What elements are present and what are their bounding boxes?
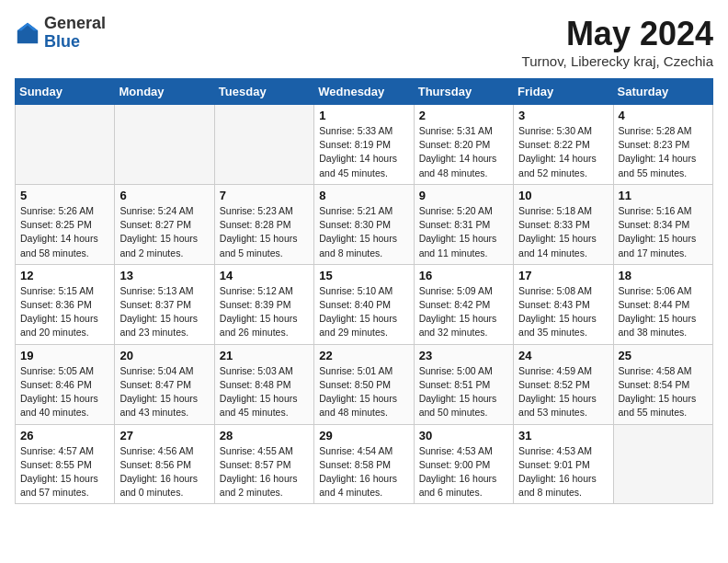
calendar-cell: 12Sunrise: 5:15 AMSunset: 8:36 PMDayligh… bbox=[16, 264, 115, 344]
day-number: 8 bbox=[319, 189, 408, 202]
calendar-cell: 22Sunrise: 5:01 AMSunset: 8:50 PMDayligh… bbox=[314, 344, 414, 424]
calendar-cell: 13Sunrise: 5:13 AMSunset: 8:37 PMDayligh… bbox=[115, 264, 214, 344]
day-number: 18 bbox=[619, 269, 708, 282]
day-info: Sunrise: 5:20 AMSunset: 8:31 PMDaylight:… bbox=[419, 204, 508, 260]
weekday-header-tuesday: Tuesday bbox=[214, 79, 313, 105]
day-info: Sunrise: 4:58 AMSunset: 8:54 PMDaylight:… bbox=[619, 364, 708, 420]
calendar-cell: 8Sunrise: 5:21 AMSunset: 8:30 PMDaylight… bbox=[314, 184, 414, 264]
day-number: 13 bbox=[119, 269, 209, 282]
logo: General Blue bbox=[15, 15, 106, 52]
day-info: Sunrise: 5:12 AMSunset: 8:39 PMDaylight:… bbox=[220, 284, 309, 340]
calendar-table: SundayMondayTuesdayWednesdayThursdayFrid… bbox=[15, 78, 713, 504]
day-number: 20 bbox=[119, 349, 209, 362]
calendar-cell: 31Sunrise: 4:53 AMSunset: 9:01 PMDayligh… bbox=[514, 424, 613, 504]
logo-blue: Blue bbox=[44, 33, 106, 52]
weekday-header-friday: Friday bbox=[514, 79, 613, 105]
calendar-cell: 28Sunrise: 4:55 AMSunset: 8:57 PMDayligh… bbox=[214, 424, 313, 504]
logo-text: General Blue bbox=[44, 15, 106, 52]
day-number: 27 bbox=[119, 429, 209, 442]
calendar-cell: 1Sunrise: 5:33 AMSunset: 8:19 PMDaylight… bbox=[314, 105, 414, 185]
weekday-header-row: SundayMondayTuesdayWednesdayThursdayFrid… bbox=[16, 79, 713, 105]
day-number: 3 bbox=[518, 109, 608, 122]
day-number: 16 bbox=[419, 269, 508, 282]
logo-general: General bbox=[44, 15, 106, 33]
calendar-cell: 6Sunrise: 5:24 AMSunset: 8:27 PMDaylight… bbox=[115, 184, 214, 264]
day-number: 9 bbox=[419, 189, 508, 202]
calendar-cell bbox=[214, 105, 313, 185]
calendar-cell: 20Sunrise: 5:04 AMSunset: 8:47 PMDayligh… bbox=[115, 344, 214, 424]
day-info: Sunrise: 4:55 AMSunset: 8:57 PMDaylight:… bbox=[220, 444, 309, 500]
calendar-week-3: 12Sunrise: 5:15 AMSunset: 8:36 PMDayligh… bbox=[16, 264, 713, 344]
calendar-cell: 27Sunrise: 4:56 AMSunset: 8:56 PMDayligh… bbox=[115, 424, 214, 504]
calendar-week-5: 26Sunrise: 4:57 AMSunset: 8:55 PMDayligh… bbox=[16, 424, 713, 504]
calendar-cell: 9Sunrise: 5:20 AMSunset: 8:31 PMDaylight… bbox=[414, 184, 513, 264]
weekday-header-monday: Monday bbox=[115, 79, 214, 105]
day-info: Sunrise: 5:01 AMSunset: 8:50 PMDaylight:… bbox=[319, 364, 408, 420]
calendar-week-4: 19Sunrise: 5:05 AMSunset: 8:46 PMDayligh… bbox=[16, 344, 713, 424]
day-info: Sunrise: 5:10 AMSunset: 8:40 PMDaylight:… bbox=[319, 284, 408, 340]
day-number: 10 bbox=[518, 189, 608, 202]
day-info: Sunrise: 5:03 AMSunset: 8:48 PMDaylight:… bbox=[220, 364, 309, 420]
day-number: 30 bbox=[419, 429, 508, 442]
weekday-header-saturday: Saturday bbox=[613, 79, 712, 105]
calendar-cell: 15Sunrise: 5:10 AMSunset: 8:40 PMDayligh… bbox=[314, 264, 414, 344]
day-number: 28 bbox=[220, 429, 309, 442]
month-year: May 2024 bbox=[522, 15, 713, 53]
calendar-cell: 29Sunrise: 4:54 AMSunset: 8:58 PMDayligh… bbox=[314, 424, 414, 504]
day-number: 25 bbox=[619, 349, 708, 362]
day-number: 24 bbox=[518, 349, 608, 362]
title-block: May 2024 Turnov, Liberecky kraj, Czechia bbox=[522, 15, 713, 69]
day-info: Sunrise: 5:15 AMSunset: 8:36 PMDaylight:… bbox=[20, 284, 109, 340]
day-info: Sunrise: 5:28 AMSunset: 8:23 PMDaylight:… bbox=[619, 124, 708, 180]
weekday-header-thursday: Thursday bbox=[414, 79, 513, 105]
day-info: Sunrise: 5:26 AMSunset: 8:25 PMDaylight:… bbox=[20, 204, 109, 260]
calendar-cell bbox=[613, 424, 712, 504]
day-info: Sunrise: 5:05 AMSunset: 8:46 PMDaylight:… bbox=[20, 364, 109, 420]
day-number: 15 bbox=[319, 269, 408, 282]
day-info: Sunrise: 5:09 AMSunset: 8:42 PMDaylight:… bbox=[419, 284, 508, 340]
day-number: 26 bbox=[20, 429, 109, 442]
calendar-cell: 18Sunrise: 5:06 AMSunset: 8:44 PMDayligh… bbox=[613, 264, 712, 344]
day-info: Sunrise: 4:59 AMSunset: 8:52 PMDaylight:… bbox=[518, 364, 608, 420]
day-number: 17 bbox=[518, 269, 608, 282]
day-number: 21 bbox=[220, 349, 309, 362]
weekday-header-sunday: Sunday bbox=[16, 79, 115, 105]
day-info: Sunrise: 4:53 AMSunset: 9:00 PMDaylight:… bbox=[419, 444, 508, 500]
day-number: 4 bbox=[619, 109, 708, 122]
day-number: 6 bbox=[119, 189, 209, 202]
day-info: Sunrise: 5:33 AMSunset: 8:19 PMDaylight:… bbox=[319, 124, 408, 180]
calendar-cell: 7Sunrise: 5:23 AMSunset: 8:28 PMDaylight… bbox=[214, 184, 313, 264]
day-number: 22 bbox=[319, 349, 408, 362]
logo-icon bbox=[15, 20, 40, 46]
calendar-cell: 10Sunrise: 5:18 AMSunset: 8:33 PMDayligh… bbox=[514, 184, 613, 264]
calendar-cell: 25Sunrise: 4:58 AMSunset: 8:54 PMDayligh… bbox=[613, 344, 712, 424]
day-info: Sunrise: 5:23 AMSunset: 8:28 PMDaylight:… bbox=[220, 204, 309, 260]
calendar-cell: 26Sunrise: 4:57 AMSunset: 8:55 PMDayligh… bbox=[16, 424, 115, 504]
day-info: Sunrise: 4:53 AMSunset: 9:01 PMDaylight:… bbox=[518, 444, 608, 500]
day-number: 11 bbox=[619, 189, 708, 202]
day-number: 7 bbox=[220, 189, 309, 202]
day-info: Sunrise: 5:21 AMSunset: 8:30 PMDaylight:… bbox=[319, 204, 408, 260]
day-info: Sunrise: 4:57 AMSunset: 8:55 PMDaylight:… bbox=[20, 444, 109, 500]
day-info: Sunrise: 5:18 AMSunset: 8:33 PMDaylight:… bbox=[518, 204, 608, 260]
calendar-cell bbox=[16, 105, 115, 185]
day-number: 12 bbox=[20, 269, 109, 282]
calendar-cell bbox=[115, 105, 214, 185]
day-info: Sunrise: 4:56 AMSunset: 8:56 PMDaylight:… bbox=[119, 444, 209, 500]
day-number: 2 bbox=[419, 109, 508, 122]
day-number: 19 bbox=[20, 349, 109, 362]
day-number: 31 bbox=[518, 429, 608, 442]
day-number: 29 bbox=[319, 429, 408, 442]
calendar-cell: 3Sunrise: 5:30 AMSunset: 8:22 PMDaylight… bbox=[514, 105, 613, 185]
day-info: Sunrise: 5:08 AMSunset: 8:43 PMDaylight:… bbox=[518, 284, 608, 340]
calendar-cell: 4Sunrise: 5:28 AMSunset: 8:23 PMDaylight… bbox=[613, 105, 712, 185]
calendar-cell: 14Sunrise: 5:12 AMSunset: 8:39 PMDayligh… bbox=[214, 264, 313, 344]
day-info: Sunrise: 5:30 AMSunset: 8:22 PMDaylight:… bbox=[518, 124, 608, 180]
day-info: Sunrise: 5:04 AMSunset: 8:47 PMDaylight:… bbox=[119, 364, 209, 420]
day-info: Sunrise: 4:54 AMSunset: 8:58 PMDaylight:… bbox=[319, 444, 408, 500]
location: Turnov, Liberecky kraj, Czechia bbox=[522, 53, 713, 69]
calendar-week-2: 5Sunrise: 5:26 AMSunset: 8:25 PMDaylight… bbox=[16, 184, 713, 264]
day-info: Sunrise: 5:13 AMSunset: 8:37 PMDaylight:… bbox=[119, 284, 209, 340]
page-header: General Blue May 2024 Turnov, Liberecky … bbox=[15, 15, 713, 69]
day-info: Sunrise: 5:06 AMSunset: 8:44 PMDaylight:… bbox=[619, 284, 708, 340]
